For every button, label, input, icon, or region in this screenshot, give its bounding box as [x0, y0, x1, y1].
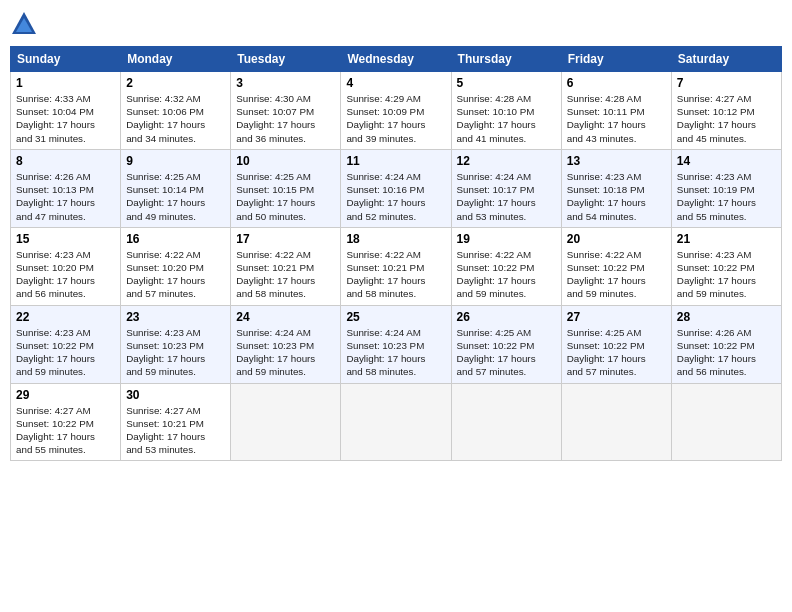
- calendar-cell: 16Sunrise: 4:22 AM Sunset: 10:20 PM Dayl…: [121, 227, 231, 305]
- calendar-cell: 10Sunrise: 4:25 AM Sunset: 10:15 PM Dayl…: [231, 149, 341, 227]
- day-info: Sunrise: 4:22 AM Sunset: 10:21 PM Daylig…: [236, 248, 335, 301]
- day-number: 6: [567, 76, 666, 90]
- day-number: 11: [346, 154, 445, 168]
- day-number: 18: [346, 232, 445, 246]
- day-number: 12: [457, 154, 556, 168]
- calendar-week-row: 8Sunrise: 4:26 AM Sunset: 10:13 PM Dayli…: [11, 149, 782, 227]
- calendar-header-row: SundayMondayTuesdayWednesdayThursdayFrid…: [11, 47, 782, 72]
- calendar-header-thursday: Thursday: [451, 47, 561, 72]
- calendar-cell: 5Sunrise: 4:28 AM Sunset: 10:10 PM Dayli…: [451, 72, 561, 150]
- calendar-week-row: 1Sunrise: 4:33 AM Sunset: 10:04 PM Dayli…: [11, 72, 782, 150]
- calendar: SundayMondayTuesdayWednesdayThursdayFrid…: [10, 46, 782, 461]
- calendar-header-friday: Friday: [561, 47, 671, 72]
- day-number: 7: [677, 76, 776, 90]
- day-info: Sunrise: 4:32 AM Sunset: 10:06 PM Daylig…: [126, 92, 225, 145]
- day-info: Sunrise: 4:24 AM Sunset: 10:16 PM Daylig…: [346, 170, 445, 223]
- day-number: 9: [126, 154, 225, 168]
- day-info: Sunrise: 4:22 AM Sunset: 10:20 PM Daylig…: [126, 248, 225, 301]
- day-number: 14: [677, 154, 776, 168]
- day-info: Sunrise: 4:26 AM Sunset: 10:13 PM Daylig…: [16, 170, 115, 223]
- calendar-cell: 26Sunrise: 4:25 AM Sunset: 10:22 PM Dayl…: [451, 305, 561, 383]
- calendar-cell: 24Sunrise: 4:24 AM Sunset: 10:23 PM Dayl…: [231, 305, 341, 383]
- day-info: Sunrise: 4:27 AM Sunset: 10:21 PM Daylig…: [126, 404, 225, 457]
- day-info: Sunrise: 4:22 AM Sunset: 10:21 PM Daylig…: [346, 248, 445, 301]
- calendar-cell: 11Sunrise: 4:24 AM Sunset: 10:16 PM Dayl…: [341, 149, 451, 227]
- day-number: 30: [126, 388, 225, 402]
- calendar-cell: 4Sunrise: 4:29 AM Sunset: 10:09 PM Dayli…: [341, 72, 451, 150]
- day-number: 16: [126, 232, 225, 246]
- day-number: 24: [236, 310, 335, 324]
- day-number: 19: [457, 232, 556, 246]
- calendar-cell: 20Sunrise: 4:22 AM Sunset: 10:22 PM Dayl…: [561, 227, 671, 305]
- day-number: 27: [567, 310, 666, 324]
- day-info: Sunrise: 4:33 AM Sunset: 10:04 PM Daylig…: [16, 92, 115, 145]
- page: SundayMondayTuesdayWednesdayThursdayFrid…: [0, 0, 792, 612]
- day-info: Sunrise: 4:23 AM Sunset: 10:18 PM Daylig…: [567, 170, 666, 223]
- day-number: 10: [236, 154, 335, 168]
- calendar-cell: 15Sunrise: 4:23 AM Sunset: 10:20 PM Dayl…: [11, 227, 121, 305]
- logo-icon: [10, 10, 38, 38]
- calendar-cell: 18Sunrise: 4:22 AM Sunset: 10:21 PM Dayl…: [341, 227, 451, 305]
- calendar-cell: 14Sunrise: 4:23 AM Sunset: 10:19 PM Dayl…: [671, 149, 781, 227]
- calendar-cell: 6Sunrise: 4:28 AM Sunset: 10:11 PM Dayli…: [561, 72, 671, 150]
- calendar-cell: 2Sunrise: 4:32 AM Sunset: 10:06 PM Dayli…: [121, 72, 231, 150]
- calendar-cell: [341, 383, 451, 461]
- day-number: 20: [567, 232, 666, 246]
- calendar-cell: 19Sunrise: 4:22 AM Sunset: 10:22 PM Dayl…: [451, 227, 561, 305]
- logo: [10, 10, 42, 38]
- calendar-cell: 13Sunrise: 4:23 AM Sunset: 10:18 PM Dayl…: [561, 149, 671, 227]
- day-info: Sunrise: 4:29 AM Sunset: 10:09 PM Daylig…: [346, 92, 445, 145]
- calendar-cell: [561, 383, 671, 461]
- calendar-cell: 27Sunrise: 4:25 AM Sunset: 10:22 PM Dayl…: [561, 305, 671, 383]
- header: [10, 10, 782, 38]
- day-info: Sunrise: 4:25 AM Sunset: 10:14 PM Daylig…: [126, 170, 225, 223]
- day-info: Sunrise: 4:25 AM Sunset: 10:22 PM Daylig…: [567, 326, 666, 379]
- calendar-header-saturday: Saturday: [671, 47, 781, 72]
- day-info: Sunrise: 4:28 AM Sunset: 10:11 PM Daylig…: [567, 92, 666, 145]
- calendar-cell: 23Sunrise: 4:23 AM Sunset: 10:23 PM Dayl…: [121, 305, 231, 383]
- day-info: Sunrise: 4:24 AM Sunset: 10:23 PM Daylig…: [346, 326, 445, 379]
- calendar-week-row: 29Sunrise: 4:27 AM Sunset: 10:22 PM Dayl…: [11, 383, 782, 461]
- day-number: 3: [236, 76, 335, 90]
- day-info: Sunrise: 4:25 AM Sunset: 10:22 PM Daylig…: [457, 326, 556, 379]
- day-info: Sunrise: 4:23 AM Sunset: 10:19 PM Daylig…: [677, 170, 776, 223]
- day-number: 23: [126, 310, 225, 324]
- calendar-week-row: 15Sunrise: 4:23 AM Sunset: 10:20 PM Dayl…: [11, 227, 782, 305]
- day-info: Sunrise: 4:23 AM Sunset: 10:23 PM Daylig…: [126, 326, 225, 379]
- day-info: Sunrise: 4:27 AM Sunset: 10:12 PM Daylig…: [677, 92, 776, 145]
- day-info: Sunrise: 4:30 AM Sunset: 10:07 PM Daylig…: [236, 92, 335, 145]
- day-number: 25: [346, 310, 445, 324]
- calendar-cell: 21Sunrise: 4:23 AM Sunset: 10:22 PM Dayl…: [671, 227, 781, 305]
- day-number: 8: [16, 154, 115, 168]
- calendar-header-sunday: Sunday: [11, 47, 121, 72]
- day-number: 29: [16, 388, 115, 402]
- day-info: Sunrise: 4:25 AM Sunset: 10:15 PM Daylig…: [236, 170, 335, 223]
- day-number: 1: [16, 76, 115, 90]
- day-number: 15: [16, 232, 115, 246]
- calendar-week-row: 22Sunrise: 4:23 AM Sunset: 10:22 PM Dayl…: [11, 305, 782, 383]
- day-number: 22: [16, 310, 115, 324]
- calendar-cell: 28Sunrise: 4:26 AM Sunset: 10:22 PM Dayl…: [671, 305, 781, 383]
- day-info: Sunrise: 4:24 AM Sunset: 10:23 PM Daylig…: [236, 326, 335, 379]
- day-number: 21: [677, 232, 776, 246]
- calendar-cell: 9Sunrise: 4:25 AM Sunset: 10:14 PM Dayli…: [121, 149, 231, 227]
- day-info: Sunrise: 4:23 AM Sunset: 10:22 PM Daylig…: [16, 326, 115, 379]
- day-number: 5: [457, 76, 556, 90]
- calendar-cell: [671, 383, 781, 461]
- calendar-cell: 25Sunrise: 4:24 AM Sunset: 10:23 PM Dayl…: [341, 305, 451, 383]
- calendar-cell: 8Sunrise: 4:26 AM Sunset: 10:13 PM Dayli…: [11, 149, 121, 227]
- day-number: 26: [457, 310, 556, 324]
- calendar-cell: [231, 383, 341, 461]
- calendar-header-wednesday: Wednesday: [341, 47, 451, 72]
- day-number: 4: [346, 76, 445, 90]
- day-info: Sunrise: 4:22 AM Sunset: 10:22 PM Daylig…: [567, 248, 666, 301]
- calendar-cell: 1Sunrise: 4:33 AM Sunset: 10:04 PM Dayli…: [11, 72, 121, 150]
- day-info: Sunrise: 4:28 AM Sunset: 10:10 PM Daylig…: [457, 92, 556, 145]
- calendar-cell: [451, 383, 561, 461]
- calendar-header-tuesday: Tuesday: [231, 47, 341, 72]
- day-info: Sunrise: 4:24 AM Sunset: 10:17 PM Daylig…: [457, 170, 556, 223]
- day-info: Sunrise: 4:22 AM Sunset: 10:22 PM Daylig…: [457, 248, 556, 301]
- day-info: Sunrise: 4:26 AM Sunset: 10:22 PM Daylig…: [677, 326, 776, 379]
- day-info: Sunrise: 4:23 AM Sunset: 10:20 PM Daylig…: [16, 248, 115, 301]
- day-number: 2: [126, 76, 225, 90]
